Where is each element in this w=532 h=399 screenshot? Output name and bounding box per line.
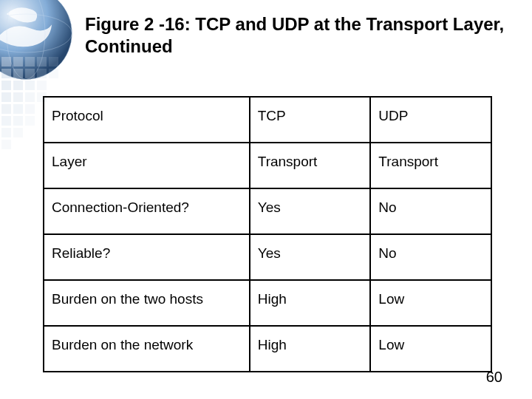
- svg-rect-30: [1, 140, 11, 149]
- svg-rect-20: [25, 92, 35, 102]
- svg-rect-7: [37, 57, 47, 66]
- figure-title: Figure 2 -16: TCP and UDP at the Transpo…: [85, 13, 510, 58]
- comparison-table: Protocol TCP UDP Layer Transport Transpo…: [43, 96, 492, 372]
- row-label: Burden on the two hosts: [44, 280, 250, 326]
- svg-rect-18: [1, 92, 11, 102]
- table-row: Burden on the network High Low: [44, 326, 491, 372]
- svg-rect-23: [13, 104, 23, 114]
- cell-udp: Transport: [370, 143, 491, 188]
- row-label: Connection-Oriented?: [44, 188, 250, 234]
- table-row: Connection-Oriented? Yes No: [44, 188, 491, 234]
- svg-rect-8: [49, 57, 58, 66]
- cell-udp: No: [370, 188, 491, 234]
- col-header-udp: UDP: [370, 97, 491, 143]
- col-header-protocol: Protocol: [44, 97, 250, 143]
- row-label: Layer: [44, 143, 250, 188]
- svg-rect-13: [49, 69, 58, 78]
- cell-tcp: Transport: [250, 143, 371, 188]
- svg-rect-19: [13, 92, 23, 102]
- table-row: Reliable? Yes No: [44, 234, 491, 280]
- globe-decoration-icon: [0, 0, 74, 81]
- svg-rect-14: [1, 81, 11, 90]
- row-label: Reliable?: [44, 234, 250, 280]
- svg-rect-12: [37, 69, 47, 78]
- page-number: 60: [486, 369, 502, 386]
- cell-tcp: Yes: [250, 234, 371, 280]
- cell-tcp: High: [250, 326, 371, 372]
- svg-rect-16: [25, 81, 35, 90]
- table-row: Layer Transport Transport: [44, 143, 491, 188]
- svg-point-2: [0, 14, 72, 52]
- cell-tcp: Yes: [250, 188, 371, 234]
- svg-point-1: [0, 0, 72, 79]
- svg-rect-4: [1, 57, 11, 66]
- svg-rect-22: [1, 104, 11, 114]
- table-header-row: Protocol TCP UDP: [44, 97, 491, 143]
- svg-rect-15: [13, 81, 23, 90]
- svg-rect-25: [1, 116, 11, 126]
- svg-rect-24: [25, 104, 35, 114]
- svg-rect-17: [37, 81, 47, 90]
- svg-rect-6: [25, 57, 35, 66]
- svg-point-0: [0, 0, 72, 79]
- svg-rect-11: [25, 69, 35, 78]
- svg-rect-27: [25, 116, 35, 126]
- cell-udp: Low: [370, 280, 491, 326]
- svg-point-3: [7, 0, 45, 79]
- cell-tcp: High: [250, 280, 371, 326]
- cell-udp: Low: [370, 326, 491, 372]
- cell-udp: No: [370, 234, 491, 280]
- svg-rect-26: [13, 116, 23, 126]
- col-header-tcp: TCP: [250, 97, 371, 143]
- svg-rect-5: [13, 57, 23, 66]
- svg-rect-28: [1, 128, 11, 137]
- svg-rect-9: [1, 69, 11, 78]
- svg-rect-10: [13, 69, 23, 78]
- row-label: Burden on the network: [44, 326, 250, 372]
- table-row: Burden on the two hosts High Low: [44, 280, 491, 326]
- svg-rect-29: [13, 128, 23, 137]
